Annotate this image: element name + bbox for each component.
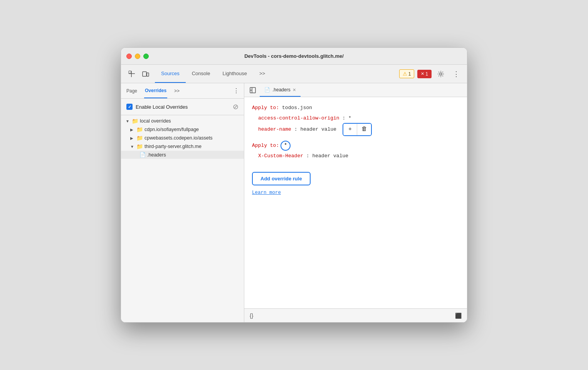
enable-overrides-row: Enable Local Overrides ⊘ (121, 99, 244, 115)
svg-rect-4 (147, 73, 149, 76)
apply-star-badge[interactable]: * (281, 141, 291, 151)
file-tab-icon: 📄 (264, 87, 270, 92)
editor-content: Apply to: todos.json access-control-allo… (244, 97, 467, 308)
tree-item-headers-file[interactable]: 📄 .headers (121, 151, 244, 159)
folder-icon: 📁 (136, 135, 143, 141)
warning-icon: ⚠ (403, 71, 407, 77)
format-braces-button[interactable]: {} (250, 313, 253, 319)
tree-item-cdpn[interactable]: ▶ 📁 cdpn.io/sofiayem/fullpage (121, 125, 244, 134)
more-options-icon[interactable]: ⋮ (450, 68, 462, 80)
file-tree: ▼ 📁 local overrides ▶ 📁 cdpn.io/sofiayem… (121, 115, 244, 322)
header-row-with-btns: header-name : header value + 🗑 (258, 123, 459, 136)
main-area: Page Overrides >> ⋮ Enable Local Overrid… (121, 83, 467, 322)
warning-badge[interactable]: ⚠ 1 (399, 69, 415, 78)
apply-to-line-1: Apply to: todos.json (252, 103, 459, 112)
tab-console[interactable]: Console (186, 65, 217, 83)
inspect-icon[interactable] (126, 68, 138, 80)
tab-sources[interactable]: Sources (155, 65, 186, 83)
learn-more-link[interactable]: Learn more (252, 188, 459, 197)
tree-item-cpwebassets[interactable]: ▶ 📁 cpwebassets.codepen.io/assets (121, 134, 244, 142)
add-override-button[interactable]: Add override rule (252, 172, 311, 185)
bottom-bar: {} ⬛ (244, 308, 467, 322)
tab-close-icon[interactable]: × (293, 87, 296, 92)
toolbar-tabs: Sources Console Lighthouse >> (155, 65, 271, 83)
maximize-button[interactable] (143, 54, 149, 59)
tree-arrow: ▶ (130, 136, 135, 140)
folder-icon: 📁 (132, 118, 138, 124)
tree-arrow: ▶ (130, 128, 135, 132)
file-icon: 📄 (139, 152, 146, 158)
tab-page[interactable]: Page (126, 83, 138, 98)
format-image-icon[interactable]: ⬛ (455, 313, 462, 319)
svg-rect-3 (143, 72, 146, 76)
tab-more-left[interactable]: >> (173, 83, 180, 98)
tab-lighthouse[interactable]: Lighthouse (216, 65, 253, 83)
toolbar-right: ⚠ 1 ✕ 1 ⋮ (399, 68, 462, 80)
svg-point-5 (440, 73, 442, 75)
tree-arrow: ▼ (126, 119, 130, 123)
delete-header-button[interactable]: 🗑 (357, 124, 371, 135)
svg-rect-0 (129, 71, 131, 73)
enable-overrides-checkbox[interactable] (126, 104, 133, 110)
window-title: DevTools - cors-demo-devtools.glitch.me/ (244, 53, 344, 59)
bottom-right: ⬛ (455, 312, 462, 319)
add-override-container: Add override rule (252, 166, 459, 185)
tree-item-local-overrides[interactable]: ▼ 📁 local overrides (121, 117, 244, 125)
error-icon: ✕ (421, 71, 424, 76)
traffic-lights (126, 54, 149, 59)
settings-icon[interactable] (435, 68, 447, 80)
tab-more[interactable]: >> (253, 65, 271, 83)
folder-icon: 📁 (136, 126, 143, 133)
title-bar: DevTools - cors-demo-devtools.glitch.me/ (121, 48, 467, 65)
left-panel: Page Overrides >> ⋮ Enable Local Overrid… (121, 83, 244, 322)
sub-tabs: Page Overrides >> ⋮ (121, 83, 244, 99)
panel-menu-icon[interactable]: ⋮ (233, 87, 239, 94)
action-buttons: + 🗑 (343, 123, 372, 136)
editor-tab-headers[interactable]: 📄 .headers × (260, 83, 301, 97)
header-line-custom: X-Custom-Header : header value (258, 151, 459, 160)
header-line-cors: access-control-allow-origin : * (258, 114, 459, 123)
tree-arrow: ▼ (130, 145, 135, 149)
folder-icon: 📁 (136, 143, 143, 150)
right-panel: 📄 .headers × Apply to: todos.json access… (244, 83, 467, 322)
clear-overrides-icon[interactable]: ⊘ (233, 103, 239, 111)
close-button[interactable] (126, 54, 132, 59)
panel-toggle-icon[interactable] (247, 85, 258, 96)
editor-tabs: 📄 .headers × (244, 83, 467, 97)
error-badge[interactable]: ✕ 1 (417, 70, 432, 78)
device-toggle-icon[interactable] (139, 68, 152, 80)
apply-to-line-2: Apply to: * (252, 141, 459, 151)
toolbar: Sources Console Lighthouse >> ⚠ 1 ✕ 1 (121, 65, 467, 83)
add-header-button[interactable]: + (343, 124, 357, 135)
minimize-button[interactable] (135, 54, 140, 59)
enable-overrides-label: Enable Local Overrides (136, 104, 230, 110)
tab-overrides[interactable]: Overrides (144, 83, 167, 98)
devtools-window: DevTools - cors-demo-devtools.glitch.me/… (121, 47, 467, 323)
tree-item-third-party[interactable]: ▼ 📁 third-party-server.glitch.me (121, 142, 244, 151)
